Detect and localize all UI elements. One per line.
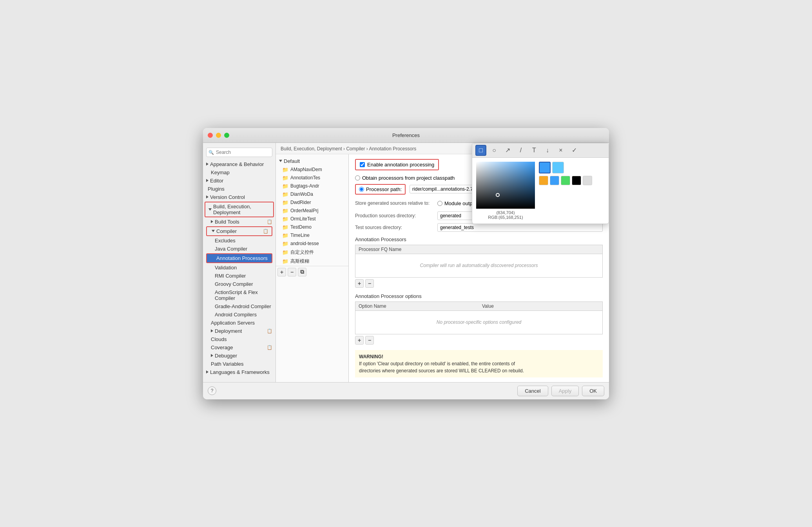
color-swatch-green[interactable] bbox=[561, 176, 570, 185]
color-swatch-orange[interactable] bbox=[539, 176, 548, 185]
sidebar-item-deployment[interactable]: Deployment 📋 bbox=[203, 327, 276, 335]
circle-tool[interactable]: ○ bbox=[489, 145, 500, 156]
color-picker-body: (834,704) RGB:(65,168,251) bbox=[472, 158, 609, 224]
module-item-timeline[interactable]: 📁 TimeLine bbox=[276, 231, 348, 240]
sidebar-item-application-servers[interactable]: Application Servers bbox=[203, 319, 276, 327]
module-item-dwdrider[interactable]: 📁 DwdRider bbox=[276, 199, 348, 207]
sidebar-item-java-compiler[interactable]: Java Compiler bbox=[203, 245, 276, 253]
color-coords: (834,704) bbox=[496, 210, 515, 215]
color-swatch-black[interactable] bbox=[572, 176, 581, 185]
module-item-ordermeal[interactable]: 📁 OrderMealPrj bbox=[276, 207, 348, 215]
minimize-button[interactable] bbox=[216, 133, 221, 138]
download-tool[interactable]: ↓ bbox=[542, 145, 553, 156]
help-button[interactable]: ? bbox=[208, 386, 216, 395]
module-item-ormlite[interactable]: 📁 OrmLiteTest bbox=[276, 215, 348, 223]
sidebar-item-debugger[interactable]: Debugger bbox=[203, 352, 276, 360]
expand-icon bbox=[211, 220, 213, 223]
module-item-testdemo[interactable]: 📁 TestDemo bbox=[276, 223, 348, 231]
square-tool[interactable]: □ bbox=[475, 145, 486, 156]
options-empty-text: No processor-specific options configured bbox=[355, 310, 603, 334]
folder-icon: 📁 bbox=[282, 233, 288, 238]
module-item-annotationtes[interactable]: 📁 AnnotationTes bbox=[276, 174, 348, 182]
search-box[interactable]: 🔍 bbox=[206, 148, 272, 157]
processor-path-radio[interactable] bbox=[359, 187, 364, 192]
sidebar-item-keymap[interactable]: Keymap bbox=[203, 168, 276, 177]
module-item-amapnavide[interactable]: 📁 AMapNaviDem bbox=[276, 166, 348, 174]
text-tool[interactable]: T bbox=[529, 145, 540, 156]
module-item-dianwoda[interactable]: 📁 DianWoDa bbox=[276, 190, 348, 199]
cancel-button[interactable]: Cancel bbox=[517, 386, 548, 396]
titlebar: Preferences bbox=[203, 128, 609, 143]
add-option-button[interactable]: + bbox=[355, 336, 364, 345]
sidebar-item-rmi-compiler[interactable]: RMI Compiler bbox=[203, 272, 276, 280]
close-button[interactable] bbox=[208, 133, 213, 138]
remove-processor-button[interactable]: − bbox=[365, 279, 374, 288]
option-name-col: Option Name bbox=[355, 301, 479, 310]
sidebar-item-annotation-processors[interactable]: Annotation Processors bbox=[207, 254, 272, 262]
module-item-gaussian[interactable]: 📁 高斯模糊 bbox=[276, 257, 348, 266]
value-col: Value bbox=[479, 301, 603, 310]
sidebar-item-validation[interactable]: Validation bbox=[203, 264, 276, 272]
folder-icon: 📁 bbox=[282, 241, 288, 247]
module-item-android-tesse[interactable]: 📁 android-tesse bbox=[276, 240, 348, 248]
module-output-radio[interactable] bbox=[437, 201, 442, 206]
sidebar-item-compiler[interactable]: Compiler 📋 bbox=[207, 227, 272, 235]
remove-option-button[interactable]: − bbox=[365, 336, 374, 345]
search-icon: 🔍 bbox=[208, 150, 214, 155]
obtain-from-classpath-radio[interactable] bbox=[355, 175, 360, 180]
default-label: Default bbox=[284, 158, 300, 164]
copy-module-button[interactable]: ⧉ bbox=[298, 268, 306, 276]
window-title: Preferences bbox=[392, 132, 420, 138]
sidebar-item-appearance-behavior[interactable]: Appearance & Behavior bbox=[203, 160, 276, 168]
processor-path-label: Processor path: bbox=[366, 186, 402, 192]
enable-annotation-processing-label: Enable annotation processing bbox=[367, 162, 434, 168]
color-swatch-blue[interactable] bbox=[539, 162, 551, 173]
sidebar-item-android-compilers[interactable]: Android Compilers bbox=[203, 310, 276, 319]
apply-button[interactable]: Apply bbox=[551, 386, 579, 396]
bottom-bar: ? Cancel Apply OK bbox=[203, 382, 609, 399]
annotation-options-title: Annotation Processor options bbox=[355, 293, 603, 299]
search-input[interactable] bbox=[206, 148, 272, 157]
sidebar-item-path-variables[interactable]: Path Variables bbox=[203, 360, 276, 368]
expand-icon bbox=[206, 162, 208, 166]
annotation-options-table: Option Name Value No processor-specific … bbox=[355, 301, 603, 334]
sidebar-item-clouds[interactable]: Clouds bbox=[203, 335, 276, 343]
obtain-from-classpath-label: Obtain processors from project classpath bbox=[362, 175, 455, 181]
sidebar-item-editor[interactable]: Editor bbox=[203, 177, 276, 185]
color-picker-overlay: □ ○ ↗ / T ↓ × ✓ bbox=[472, 143, 609, 224]
color-gradient-area[interactable]: (834,704) RGB:(65,168,251) bbox=[476, 162, 535, 220]
sidebar-item-gradle-android-compiler[interactable]: Gradle-Android Compiler bbox=[203, 302, 276, 310]
sidebar-item-actionscript-compiler[interactable]: ActionScript & Flex Compiler bbox=[203, 288, 276, 302]
sidebar-item-build-exec-deploy[interactable]: Build, Execution, Deployment bbox=[205, 202, 273, 217]
sidebar-item-build-tools[interactable]: Build Tools 📋 bbox=[203, 218, 276, 226]
sidebar-item-coverage[interactable]: Coverage 📋 bbox=[203, 343, 276, 352]
ok-button[interactable]: OK bbox=[582, 386, 604, 396]
sidebar-item-groovy-compiler[interactable]: Groovy Compiler bbox=[203, 280, 276, 288]
annotation-processors-table: Processor FQ Name Compiler will run all … bbox=[355, 245, 603, 278]
sidebar-item-plugins[interactable]: Plugins bbox=[203, 185, 276, 193]
line-tool[interactable]: / bbox=[515, 145, 526, 156]
sidebar-item-languages-frameworks[interactable]: Languages & Frameworks bbox=[203, 368, 276, 376]
enable-annotation-processing-checkbox[interactable] bbox=[360, 162, 365, 167]
sidebar-item-version-control[interactable]: Version Control bbox=[203, 193, 276, 201]
store-sources-label: Store generated sources relative to: bbox=[355, 200, 433, 206]
folder-icon: 📁 bbox=[282, 258, 288, 264]
warning-text: If option 'Clear output directory on reb… bbox=[359, 361, 524, 374]
close-tool[interactable]: × bbox=[555, 145, 566, 156]
sidebar-item-excludes[interactable]: Excludes bbox=[203, 236, 276, 245]
confirm-tool[interactable]: ✓ bbox=[569, 145, 580, 156]
remove-module-button[interactable]: − bbox=[288, 268, 296, 276]
folder-icon: 📁 bbox=[282, 191, 288, 197]
add-processor-button[interactable]: + bbox=[355, 279, 364, 288]
arrow-tool[interactable]: ↗ bbox=[502, 145, 513, 156]
color-swatch-lightblue[interactable] bbox=[552, 162, 564, 173]
color-rgb: RGB:(65,168,251) bbox=[488, 215, 523, 220]
expand-icon bbox=[211, 354, 213, 357]
test-sources-input[interactable] bbox=[437, 223, 603, 232]
maximize-button[interactable] bbox=[224, 133, 229, 138]
color-swatch-blue2[interactable] bbox=[550, 176, 559, 185]
add-module-button[interactable]: + bbox=[277, 268, 286, 276]
module-item-bugtags[interactable]: 📁 Bugtags-Andr bbox=[276, 182, 348, 190]
module-item-custom-controls[interactable]: 📁 自定义控件 bbox=[276, 248, 348, 257]
color-swatch-gray[interactable] bbox=[583, 176, 592, 185]
